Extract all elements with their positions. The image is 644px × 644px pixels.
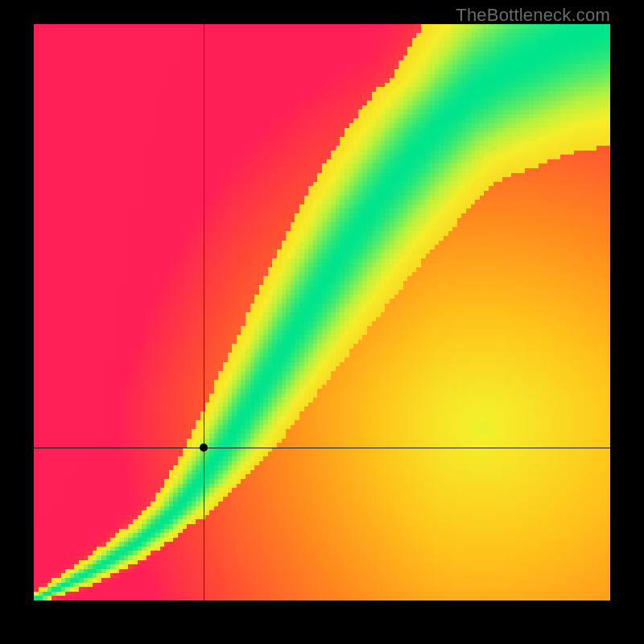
chart-frame: TheBottleneck.com xyxy=(0,0,644,644)
heatmap-canvas xyxy=(34,24,610,601)
plot-area xyxy=(34,24,610,601)
watermark-text: TheBottleneck.com xyxy=(456,5,610,26)
